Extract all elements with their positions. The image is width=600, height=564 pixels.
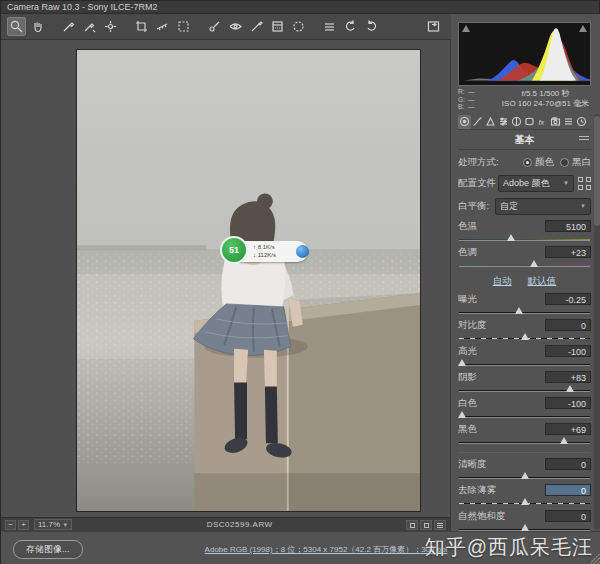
vibrance-value-field[interactable]: 0 bbox=[545, 510, 591, 522]
process-color-label[interactable]: 颜色 bbox=[535, 156, 554, 169]
window-title: Camera Raw 10.3 - Sony ILCE-7RM2 bbox=[7, 2, 158, 12]
transform-tool-icon[interactable] bbox=[174, 17, 193, 36]
resize-grip[interactable] bbox=[590, 554, 600, 564]
whites-value-field[interactable]: -100 bbox=[545, 397, 591, 409]
title-bar: Camera Raw 10.3 - Sony ILCE-7RM2 bbox=[1, 1, 599, 14]
tint-value-field[interactable]: +23 bbox=[545, 246, 591, 258]
tab-hsl-adjustments[interactable] bbox=[497, 115, 510, 129]
zoom-out-button[interactable]: − bbox=[5, 520, 16, 530]
white-balance-tool-icon[interactable] bbox=[59, 17, 78, 36]
slider-blacks: 黑色+69 bbox=[458, 423, 591, 444]
whites-slider[interactable] bbox=[459, 416, 590, 418]
zoom-level-select[interactable]: 11.7% ▼ bbox=[34, 519, 72, 530]
temperature-value-field[interactable]: 5100 bbox=[545, 220, 591, 232]
tab-effects[interactable]: fx bbox=[536, 115, 549, 129]
targeted-adjustment-tool-icon[interactable] bbox=[101, 17, 120, 36]
profile-browser-icon[interactable] bbox=[578, 177, 591, 190]
tab-tone-curve[interactable] bbox=[471, 115, 484, 129]
white-balance-dropdown[interactable]: 自定▼ bbox=[495, 198, 591, 215]
graduated-filter-tool-icon[interactable] bbox=[268, 17, 287, 36]
tab-basic[interactable] bbox=[458, 115, 471, 129]
tab-presets[interactable] bbox=[562, 115, 575, 129]
dehaze-value-field[interactable]: 0 bbox=[545, 484, 591, 496]
preview-toggle-icon[interactable] bbox=[406, 520, 418, 530]
shadows-value-field[interactable]: +83 bbox=[545, 371, 591, 383]
download-speed: ↓ 112K/s bbox=[253, 251, 276, 259]
tab-camera-calibration[interactable] bbox=[549, 115, 562, 129]
panel-menu-icon[interactable] bbox=[579, 134, 589, 141]
panel-title: 基本 bbox=[458, 130, 591, 150]
preview-status-bar: − + 11.7% ▼ DSC02599.ARW bbox=[1, 517, 451, 531]
fullscreen-toggle-icon[interactable] bbox=[424, 17, 443, 36]
panel-scrollbar-thumb[interactable] bbox=[594, 116, 600, 226]
auto-link[interactable]: 自动 bbox=[493, 275, 512, 288]
slider-highlights: 高光-100 bbox=[458, 345, 591, 366]
speed-widget-sticker: ↑ 8.1K/s ↓ 112K/s 51 bbox=[220, 236, 312, 266]
tab-snapshots[interactable] bbox=[575, 115, 588, 129]
exif-iso-lens-line: ISO 160 24-70@51 毫米 bbox=[500, 99, 591, 109]
contrast-value-field[interactable]: 0 bbox=[545, 319, 591, 331]
shadow-clipping-icon[interactable] bbox=[462, 25, 470, 32]
color-sampler-tool-icon[interactable] bbox=[80, 17, 99, 36]
red-eye-tool-icon[interactable] bbox=[226, 17, 245, 36]
panel-scrollbar[interactable] bbox=[594, 114, 600, 529]
process-bw-radio[interactable] bbox=[560, 158, 569, 167]
adjustment-brush-tool-icon[interactable] bbox=[247, 17, 266, 36]
process-color-radio[interactable] bbox=[523, 158, 532, 167]
filename-label: DSC02599.ARW bbox=[75, 520, 404, 529]
zoom-in-button[interactable]: + bbox=[18, 520, 29, 530]
tab-split-toning[interactable] bbox=[510, 115, 523, 129]
slider-label: 黑色 bbox=[458, 423, 477, 436]
b-value: — bbox=[468, 103, 478, 111]
r-value: — bbox=[468, 88, 478, 96]
highlights-value-field[interactable]: -100 bbox=[545, 345, 591, 357]
workflow-options-link[interactable]: Adobe RGB (1998)；8 位；5304 x 7952（42.2 百万… bbox=[191, 544, 461, 555]
straighten-tool-icon[interactable] bbox=[153, 17, 172, 36]
temperature-slider[interactable] bbox=[459, 239, 590, 241]
highlights-slider[interactable] bbox=[459, 364, 590, 366]
preferences-icon[interactable] bbox=[320, 17, 339, 36]
contrast-slider[interactable] bbox=[459, 338, 590, 340]
preview-settings-menu-icon[interactable] bbox=[434, 520, 446, 530]
zhihu-watermark: 知乎@西瓜呆毛汪 bbox=[425, 534, 593, 561]
dehaze-slider[interactable] bbox=[459, 503, 590, 505]
histogram-plot bbox=[459, 23, 590, 85]
clarity-slider[interactable] bbox=[459, 477, 590, 479]
slider-label: 色调 bbox=[458, 246, 477, 259]
tab-lens-corrections[interactable] bbox=[523, 115, 536, 129]
camera-raw-window: Camera Raw 10.3 - Sony ILCE-7RM2 bbox=[0, 0, 600, 564]
sticker-blue-icon bbox=[296, 245, 309, 258]
blacks-value-field[interactable]: +69 bbox=[545, 423, 591, 435]
exposure-value-field[interactable]: -0.25 bbox=[545, 293, 591, 305]
crop-tool-icon[interactable] bbox=[132, 17, 151, 36]
tab-detail[interactable] bbox=[484, 115, 497, 129]
slider-shadows: 阴影+83 bbox=[458, 371, 591, 392]
photo-preview[interactable]: ↑ 8.1K/s ↓ 112K/s 51 bbox=[76, 49, 421, 512]
spot-removal-tool-icon[interactable] bbox=[205, 17, 224, 36]
slider-whites: 白色-100 bbox=[458, 397, 591, 418]
shadows-slider[interactable] bbox=[459, 390, 590, 392]
slider-label: 曝光 bbox=[458, 293, 477, 306]
slider-label: 清晰度 bbox=[458, 458, 487, 471]
blacks-slider[interactable] bbox=[459, 442, 590, 444]
clarity-value-field[interactable]: 0 bbox=[545, 458, 591, 470]
hand-tool-icon[interactable] bbox=[28, 17, 47, 36]
slider-contrast: 对比度0 bbox=[458, 319, 591, 340]
zoom-tool-icon[interactable] bbox=[7, 17, 26, 36]
rotate-left-icon[interactable] bbox=[341, 17, 360, 36]
exposure-slider[interactable] bbox=[459, 312, 590, 314]
save-image-button[interactable]: 存储图像... bbox=[13, 540, 83, 559]
default-link[interactable]: 默认值 bbox=[528, 275, 557, 288]
process-mode-row: 处理方式: 颜色 黑白 bbox=[458, 156, 591, 169]
rotate-right-icon[interactable] bbox=[362, 17, 381, 36]
slider-clarity: 清晰度0 bbox=[458, 458, 591, 479]
before-after-toggle-icon[interactable] bbox=[420, 520, 432, 530]
radial-filter-tool-icon[interactable] bbox=[289, 17, 308, 36]
white-balance-label: 白平衡: bbox=[458, 200, 495, 213]
process-bw-label[interactable]: 黑白 bbox=[572, 156, 591, 169]
slider-exposure: 曝光-0.25 bbox=[458, 293, 591, 314]
profile-dropdown[interactable]: Adobe 颜色▼ bbox=[498, 175, 574, 192]
highlight-clipping-icon[interactable] bbox=[579, 25, 587, 32]
image-canvas-area: ↑ 8.1K/s ↓ 112K/s 51 bbox=[1, 40, 451, 517]
tint-slider[interactable] bbox=[459, 265, 590, 267]
